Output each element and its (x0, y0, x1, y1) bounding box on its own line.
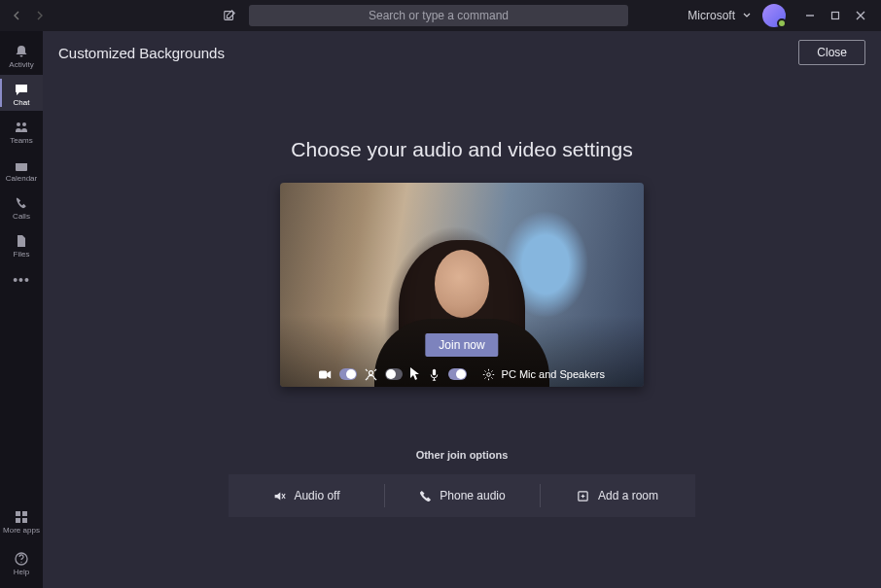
rail-more[interactable]: ••• (13, 264, 30, 295)
option-label: Phone audio (440, 489, 505, 502)
svg-rect-6 (16, 511, 20, 516)
rail-label: Files (14, 251, 30, 259)
rail-calls[interactable]: Calls (0, 189, 43, 225)
new-message-button[interactable] (220, 6, 239, 25)
rail-more-apps[interactable]: More apps (0, 502, 43, 538)
microphone-toggle[interactable] (448, 368, 466, 380)
bell-icon (13, 43, 30, 60)
room-icon (577, 489, 590, 502)
background-effects-icon (365, 367, 377, 381)
option-audio-off[interactable]: Audio off (229, 474, 384, 517)
window-close-button[interactable] (848, 3, 873, 28)
rail-label: More apps (3, 527, 40, 535)
option-add-room[interactable]: Add a room (540, 474, 695, 517)
rail-chat[interactable]: Chat (0, 75, 43, 111)
rail-label: Teams (10, 137, 33, 145)
gear-icon (482, 367, 496, 381)
device-settings-button[interactable]: PC Mic and Speakers (482, 367, 605, 381)
svg-rect-9 (22, 518, 27, 523)
help-icon (13, 550, 30, 568)
svg-rect-14 (433, 368, 436, 375)
nav-back-button[interactable] (8, 6, 27, 25)
svg-rect-5 (16, 160, 27, 163)
rail-teams[interactable]: Teams (0, 113, 43, 149)
preview-controls: PC Mic and Speakers (280, 367, 644, 381)
svg-rect-12 (319, 370, 327, 378)
app-rail: Activity Chat Teams Calendar (0, 31, 43, 588)
title-bar: Search or type a command Microsoft (0, 0, 881, 31)
svg-point-15 (487, 372, 491, 376)
rail-help[interactable]: Help (0, 544, 43, 580)
teams-icon (13, 119, 30, 136)
rail-files[interactable]: Files (0, 226, 43, 262)
svg-point-11 (20, 562, 21, 563)
microphone-icon (428, 367, 440, 381)
window-minimize-button[interactable] (797, 3, 823, 28)
other-options-heading: Other join options (416, 449, 509, 461)
phone-icon (418, 489, 432, 502)
camera-icon (319, 367, 332, 381)
phone-icon (13, 194, 30, 212)
other-options-row: Audio off Phone audio Add a room (229, 474, 695, 517)
svg-rect-1 (832, 13, 839, 19)
nav-forward-button[interactable] (29, 6, 49, 25)
join-now-button[interactable]: Join now (425, 333, 498, 357)
svg-point-3 (22, 122, 26, 126)
apps-icon (13, 508, 30, 526)
video-preview: Join now (280, 183, 644, 387)
profile-avatar[interactable] (762, 4, 786, 27)
page-title: Customized Backgrounds (58, 45, 225, 61)
content-pane: Customized Backgrounds Close Choose your… (43, 31, 881, 588)
org-switcher[interactable]: Microsoft (687, 9, 751, 22)
rail-label: Calls (13, 213, 30, 221)
files-icon (13, 232, 30, 250)
prejoin-heading: Choose your audio and video settings (291, 138, 632, 161)
rail-label: Chat (14, 99, 30, 107)
svg-rect-8 (16, 518, 20, 523)
window-restore-button[interactable] (823, 3, 848, 28)
svg-point-13 (370, 370, 373, 374)
camera-toggle[interactable] (339, 368, 357, 380)
svg-rect-7 (22, 511, 27, 516)
org-label: Microsoft (687, 9, 735, 22)
rail-activity[interactable]: Activity (0, 37, 43, 73)
presence-available-icon (777, 18, 787, 28)
chat-icon (13, 81, 30, 98)
background-effects-toggle[interactable] (385, 368, 403, 380)
close-button[interactable]: Close (798, 40, 865, 65)
calendar-icon (13, 156, 30, 174)
cursor-icon (410, 367, 420, 381)
rail-label: Calendar (6, 175, 37, 183)
svg-point-2 (17, 122, 20, 126)
search-input[interactable]: Search or type a command (249, 5, 628, 26)
rail-label: Help (14, 569, 29, 576)
rail-label: Activity (9, 61, 33, 69)
chevron-down-icon (743, 9, 751, 22)
device-label: PC Mic and Speakers (502, 368, 605, 380)
preview-person-silhouette (399, 240, 525, 387)
option-phone-audio[interactable]: Phone audio (384, 474, 540, 517)
option-label: Add a room (598, 489, 658, 502)
option-label: Audio off (294, 489, 339, 502)
rail-calendar[interactable]: Calendar (0, 151, 43, 187)
speaker-off-icon (272, 489, 286, 502)
